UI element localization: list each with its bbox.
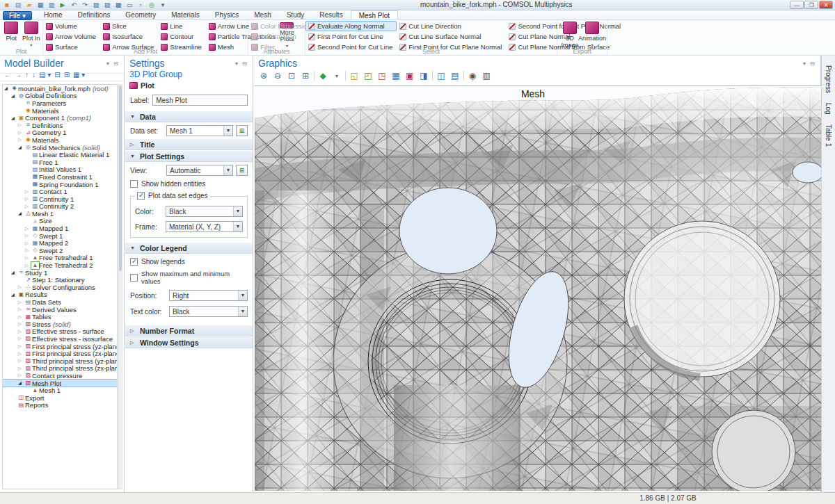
tree-item[interactable]: Effective stress - surface <box>3 328 117 336</box>
show-menu-icon[interactable]: ▤ ▾ <box>39 71 51 79</box>
tree-expander-icon[interactable] <box>18 130 24 136</box>
show-hidden-entities-checkbox[interactable] <box>130 180 138 188</box>
tree-item[interactable]: Mesh Plot <box>3 380 117 387</box>
tree-expander-icon[interactable] <box>18 211 24 216</box>
tree-expander-icon[interactable] <box>18 366 24 371</box>
tree-expander-icon[interactable] <box>18 284 24 290</box>
side-tab[interactable]: Log <box>825 103 832 115</box>
tree-item[interactable]: Step 1: Stationary <box>3 276 117 284</box>
qat-icon[interactable] <box>14 1 22 9</box>
qat-icon[interactable] <box>47 1 56 9</box>
tree-item[interactable]: Geometry 1 <box>3 129 117 137</box>
qat-icon[interactable] <box>114 1 122 9</box>
graphics-tool-icon[interactable] <box>376 71 388 81</box>
export-big-button[interactable]: Animation <box>582 21 603 49</box>
ribbon-tab[interactable]: Mesh Plot <box>351 10 398 19</box>
graphics-tool-icon[interactable] <box>349 71 360 81</box>
graphics-tool-icon[interactable] <box>467 71 478 81</box>
tree-expander-icon[interactable] <box>18 137 24 143</box>
maximize-button[interactable]: ❐ <box>804 1 818 9</box>
tree-item[interactable]: Tables <box>3 313 117 320</box>
view-go-to-button[interactable]: ⊞ <box>236 165 248 176</box>
tree-item[interactable]: Stress (solid) <box>3 320 117 328</box>
tree-expander-icon[interactable] <box>18 358 24 364</box>
select-tool-item[interactable]: Cut Line Surface Normal <box>397 31 506 42</box>
tree-item[interactable]: Definitions <box>3 122 117 129</box>
tree-item[interactable]: Mapped 2 <box>3 239 117 247</box>
tree-item[interactable]: Solver Configurations <box>3 284 117 291</box>
qat-icon[interactable] <box>136 1 145 9</box>
tree-expander-icon[interactable] <box>25 233 31 238</box>
tree-item[interactable]: Swept 2 <box>3 247 117 254</box>
export-big-button[interactable]: 3D Image <box>559 21 580 49</box>
side-tab[interactable]: Table 1 <box>825 124 832 147</box>
section-number-format[interactable]: Number Format <box>125 325 253 336</box>
tree-expander-icon[interactable] <box>18 380 24 386</box>
tree-expander-icon[interactable] <box>11 93 17 99</box>
graphics-tool-icon[interactable] <box>481 71 492 81</box>
dataset-refresh-button[interactable]: ⊞ <box>236 125 248 136</box>
text-color-dropdown[interactable]: Black ▼ <box>169 306 248 317</box>
graphics-tool-icon[interactable] <box>286 71 297 81</box>
section-title[interactable]: Title <box>125 138 253 150</box>
tree-expander-icon[interactable] <box>18 343 24 349</box>
tree-options-icon[interactable]: ▦ ▾ <box>73 71 85 79</box>
ribbon-tab[interactable]: Home <box>36 10 70 19</box>
add-plot-item[interactable]: Slice <box>100 21 158 31</box>
label-input[interactable]: Mesh Plot <box>152 95 248 106</box>
graphics-tool-icon[interactable] <box>317 71 328 81</box>
tree-expander-icon[interactable] <box>25 204 31 209</box>
add-plot-item[interactable]: Isosurface <box>100 31 158 42</box>
tree-item[interactable]: Size <box>3 218 117 225</box>
panel-menu-icon[interactable]: ▾ ⊟ <box>106 60 120 67</box>
add-plot-item[interactable]: Contour <box>158 31 205 42</box>
section-color-legend[interactable]: Color Legend <box>125 242 253 254</box>
graphics-tool-icon[interactable] <box>463 71 464 81</box>
select-tool-item[interactable]: Evaluate Along Normal <box>305 21 397 31</box>
position-dropdown[interactable]: Right ▼ <box>169 290 248 301</box>
graphics-tool-icon[interactable] <box>314 71 315 81</box>
tree-expander-icon[interactable] <box>4 86 10 91</box>
close-button[interactable]: ✕ <box>819 1 833 9</box>
minimize-button[interactable]: — <box>790 1 804 9</box>
qat-icon[interactable] <box>92 1 100 9</box>
tree-expander-icon[interactable] <box>25 196 31 202</box>
qat-icon[interactable] <box>70 1 78 9</box>
qat-icon[interactable] <box>81 1 89 9</box>
plot-action-button[interactable]: Plot <box>141 81 154 90</box>
frame-dropdown[interactable]: Material (X, Y, Z) ▼ <box>166 221 243 232</box>
tree-item[interactable]: Mesh 1 <box>3 210 117 218</box>
graphics-tool-icon[interactable] <box>436 71 447 81</box>
qat-icon[interactable] <box>148 1 156 9</box>
add-plot-item[interactable]: Line <box>158 21 205 31</box>
tree-item[interactable]: Initial Values 1 <box>3 166 117 174</box>
show-max-min-checkbox[interactable] <box>130 274 138 282</box>
tree-item[interactable]: Continuity 1 <box>3 195 117 203</box>
tree-item[interactable]: Contact pressure <box>3 372 117 380</box>
tree-item[interactable]: First principal stress (yz-plane) <box>3 343 117 350</box>
tree-item[interactable]: Parameters <box>3 99 117 107</box>
ribbon-tab[interactable]: Mesh <box>246 10 278 19</box>
collapse-all-icon[interactable]: ⊟ <box>54 71 60 79</box>
qat-icon[interactable] <box>3 1 11 9</box>
add-plot-item[interactable]: Volume <box>43 21 100 31</box>
plot-big-button[interactable]: Plot In <box>22 21 41 49</box>
tree-item[interactable]: Swept 1 <box>3 232 117 240</box>
tree-item[interactable]: Materials <box>3 107 117 115</box>
tree-expander-icon[interactable] <box>18 321 24 327</box>
tree-item[interactable]: Solid Mechanics (solid) <box>3 144 117 152</box>
tree-item[interactable]: First principal stress (zx-plane) <box>3 350 117 357</box>
ribbon-tab[interactable]: Definitions <box>70 10 118 19</box>
tree-expander-icon[interactable] <box>18 373 24 378</box>
tree-item[interactable]: Spring Foundation 1 <box>3 181 117 188</box>
tree-item[interactable]: Data Sets <box>3 298 117 306</box>
tree-item[interactable]: Free 1 <box>3 158 117 166</box>
forward-icon[interactable]: → <box>15 71 22 79</box>
expand-all-icon[interactable]: ⊞ <box>64 71 70 79</box>
tree-item[interactable]: Third principal stress (zx-plane) <box>3 365 117 373</box>
plot-big-button[interactable]: Plot <box>2 21 21 49</box>
select-tool-item[interactable]: Cut Line Direction <box>397 21 506 31</box>
graphics-tool-icon[interactable] <box>258 71 269 81</box>
qat-icon[interactable] <box>103 1 111 9</box>
panel-menu-icon[interactable]: ▾ ⊟ <box>235 60 248 67</box>
